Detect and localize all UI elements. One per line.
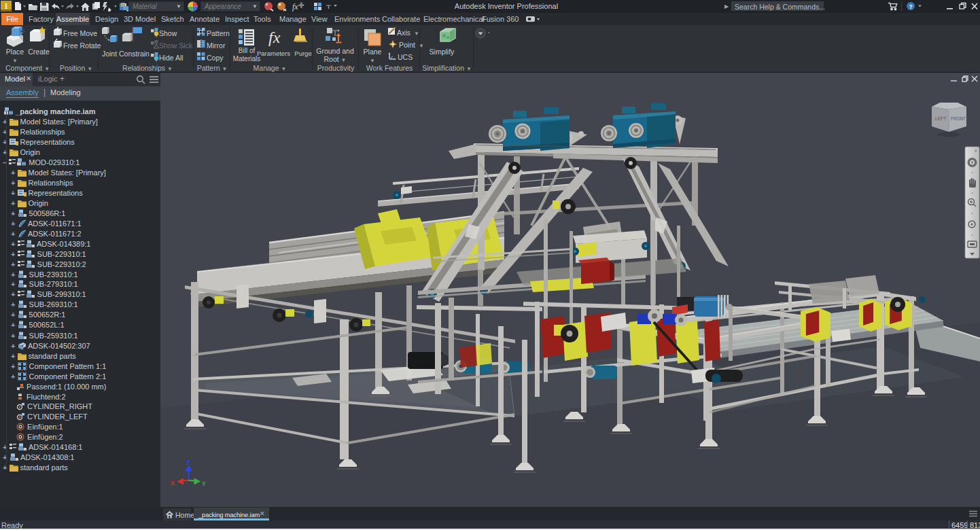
svg-text:x: x: [975, 148, 977, 153]
svg-text:LEFT: LEFT: [935, 116, 947, 121]
svg-text:FRONT: FRONT: [951, 116, 966, 121]
svg-text:X: X: [171, 480, 175, 487]
svg-text:Y: Y: [202, 480, 206, 487]
svg-text:I: I: [5, 1, 8, 11]
svg-text:Z: Z: [186, 459, 190, 466]
svg-text:?: ?: [909, 3, 913, 10]
svg-text:fx: fx: [268, 29, 281, 46]
svg-text:fx: fx: [292, 2, 298, 12]
